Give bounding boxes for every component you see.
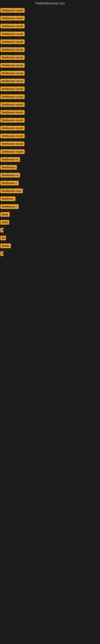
list-item: Bottleneck result [0, 100, 100, 108]
list-item: B [0, 226, 100, 234]
bottleneck-badge[interactable]: Bottle [0, 244, 11, 248]
bottleneck-badge[interactable]: Bottleneck [0, 165, 17, 170]
list-item: Bottleneck r [0, 202, 100, 210]
list-item: Bo [0, 234, 100, 242]
list-item: Bottleneck result [0, 132, 100, 140]
list-item: Bottleneck [0, 163, 100, 171]
bottleneck-badge[interactable]: Bottleneck result [0, 134, 25, 138]
list-item: Bottleneck result [0, 124, 100, 132]
bottleneck-badge[interactable]: Bottl [0, 220, 9, 224]
list-item: B [0, 249, 100, 257]
bottleneck-badge[interactable]: Bottlenec [0, 196, 15, 201]
bottleneck-badge[interactable]: Bottleneck result [0, 79, 25, 83]
bottleneck-badge[interactable]: Bottleneck resu [0, 188, 23, 193]
list-item: Bottleneck result [0, 140, 100, 147]
bottleneck-badge[interactable]: Bottleneck result [0, 32, 25, 36]
bottleneck-badge[interactable]: Bottleneck result [0, 40, 25, 44]
list-item: Bottleneck result [0, 84, 100, 92]
list-item: Bottl [0, 210, 100, 218]
list-item: Bottleneck result [0, 108, 100, 116]
list-item: Bottleneck result [0, 6, 100, 14]
list-item: Bottleneck result [0, 14, 100, 22]
list-item: Bottleneck result [0, 53, 100, 61]
site-title: TheBottlenecker.com [1, 0, 99, 6]
bottleneck-badge[interactable]: Bottleneck result [0, 47, 25, 52]
bottleneck-badge[interactable]: Bottleneck result [0, 16, 25, 20]
bottleneck-badge[interactable]: Bo [0, 236, 6, 240]
bottleneck-badge[interactable]: B [0, 251, 3, 256]
bottleneck-badge[interactable]: B [0, 228, 3, 232]
bottleneck-badge[interactable]: Bottleneck result [0, 94, 25, 99]
list-item: Bottleneck result [0, 22, 100, 30]
list-item: Bottleneck result [0, 77, 100, 84]
list-item: Bottleneck result [0, 61, 100, 69]
list-item: Bottleneck r [0, 179, 100, 186]
bottleneck-badge[interactable]: Bottleneck result [0, 63, 25, 68]
list-item: Bottleneck result [0, 116, 100, 124]
bottleneck-badge[interactable]: Bottleneck result [0, 126, 25, 130]
bottleneck-badge[interactable]: Bottleneck r [0, 181, 19, 185]
list-item: Bottleneck result [0, 45, 100, 53]
list-item: Bottleneck result [0, 92, 100, 100]
list-item: Bottleneck result [0, 30, 100, 38]
bottleneck-badge[interactable]: Bottleneck result [0, 142, 24, 146]
list-item: Bottleneck result [0, 69, 100, 77]
bottleneck-badge[interactable]: Bottleneck result [0, 86, 25, 91]
bottleneck-badge[interactable]: Bottl [0, 212, 10, 217]
list-item: Bottl [0, 218, 100, 226]
list-item: Bottle [0, 242, 100, 249]
list-item: Bottleneck result [0, 147, 100, 155]
bottleneck-badge[interactable]: Bottleneck result [0, 24, 25, 28]
bottleneck-badge[interactable]: Bottleneck result [0, 102, 25, 107]
items-container: Bottleneck resultBottleneck resultBottle… [0, 6, 100, 257]
list-item: Bottleneck re [0, 155, 100, 163]
list-item: Bottleneck result [0, 38, 100, 45]
bottleneck-badge[interactable]: Bottleneck result [0, 55, 25, 60]
bottleneck-badge[interactable]: Bottleneck result [0, 118, 25, 122]
page-container: TheBottlenecker.com [0, 0, 100, 6]
bottleneck-badge[interactable]: Bottleneck re [0, 173, 20, 178]
bottleneck-badge[interactable]: Bottleneck re [0, 157, 20, 162]
list-item: Bottlenec [0, 194, 100, 202]
bottleneck-badge[interactable]: Bottleneck r [0, 204, 19, 209]
bottleneck-badge[interactable]: Bottleneck result [0, 149, 25, 154]
bottleneck-badge[interactable]: Bottleneck result [0, 71, 25, 76]
list-item: Bottleneck resu [0, 186, 100, 194]
bottleneck-badge[interactable]: Bottleneck result [0, 8, 25, 13]
bottleneck-badge[interactable]: Bottleneck result [0, 110, 25, 115]
list-item: Bottleneck re [0, 171, 100, 179]
